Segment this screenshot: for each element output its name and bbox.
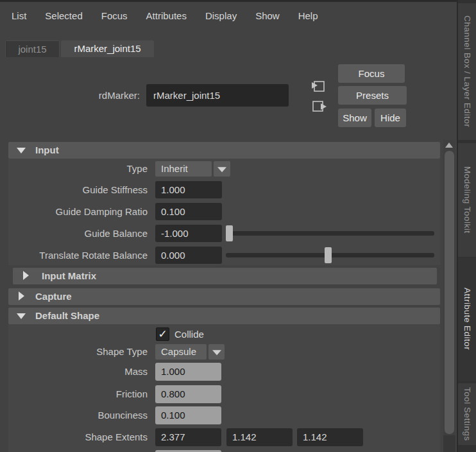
guide-balance-label: Guide Balance <box>0 225 148 242</box>
show-button[interactable]: Show <box>338 109 371 127</box>
expand-arrow-icon <box>19 291 24 300</box>
section-header-capture[interactable]: Capture <box>8 288 440 305</box>
right-dock-bar: Channel Box / Layer Editor Modeling Tool… <box>457 0 476 452</box>
section-header-input[interactable]: Input <box>8 142 440 159</box>
shape-extents-z-field[interactable]: 1.142 <box>297 428 363 446</box>
dock-tab-modeling-toolkit[interactable]: Modeling Toolkit <box>458 143 476 257</box>
dock-tab-attribute-editor[interactable]: Attribute Editor <box>458 257 476 381</box>
shape-extents-y-field[interactable]: 1.142 <box>226 428 293 446</box>
type-dropdown-arrow-icon[interactable] <box>214 161 230 177</box>
type-dropdown[interactable]: Inherit <box>155 161 212 177</box>
presets-button[interactable]: Presets <box>338 86 407 105</box>
section-title: Input Matrix <box>42 268 96 284</box>
scroll-up-arrow-icon[interactable] <box>443 140 455 150</box>
shape-type-label: Shape Type <box>0 344 148 360</box>
guide-stiffness-label: Guide Stiffness <box>0 181 148 198</box>
friction-field[interactable]: 0.800 <box>155 385 221 403</box>
mass-field[interactable]: 1.000 <box>155 363 221 381</box>
guide-stiffness-field[interactable]: 1.000 <box>155 181 222 198</box>
collapse-arrow-icon <box>17 313 26 319</box>
expand-arrow-icon <box>23 271 29 280</box>
bounciness-field[interactable]: 0.100 <box>155 406 221 424</box>
node-name-field[interactable]: rMarker_joint15 <box>146 84 289 107</box>
dock-tab-tool-settings[interactable]: Tool Settings <box>458 383 476 445</box>
type-label: Type <box>0 161 148 177</box>
guide-balance-slider-track[interactable] <box>226 231 434 236</box>
rdmarker-label: rdMarker: <box>38 84 140 107</box>
menu-help[interactable]: Help <box>298 10 318 21</box>
menu-attributes[interactable]: Attributes <box>146 10 187 21</box>
attribute-editor-window: List Selected Focus Attributes Display S… <box>0 0 476 452</box>
collide-checkbox[interactable]: ✓ <box>156 327 169 341</box>
guide-damping-ratio-field[interactable]: 0.100 <box>155 203 222 220</box>
translate-rotate-balance-field[interactable]: 0.000 <box>155 247 222 264</box>
guide-balance-slider-handle[interactable] <box>226 225 233 241</box>
guide-damping-ratio-label: Guide Damping Ratio <box>0 203 148 220</box>
window-top-divider <box>0 0 476 2</box>
focus-button[interactable]: Focus <box>338 64 405 83</box>
collapse-arrow-icon <box>17 148 26 153</box>
menubar: List Selected Focus Attributes Display S… <box>12 10 318 21</box>
section-title: Default Shape <box>35 308 99 324</box>
menu-list[interactable]: List <box>12 10 26 21</box>
translate-rotate-balance-label: Translate Rotate Balance <box>0 247 148 264</box>
mass-label: Mass <box>0 363 148 381</box>
collide-label: Collide <box>174 327 204 341</box>
section-title: Capture <box>35 288 72 305</box>
bounciness-label: Bounciness <box>0 406 148 424</box>
scrollbar-track-lower[interactable] <box>443 435 455 452</box>
scrollbar-thumb[interactable] <box>445 151 454 434</box>
copy-tab-icon[interactable] <box>310 98 327 115</box>
menu-display[interactable]: Display <box>205 10 237 21</box>
section-header-input-matrix[interactable]: Input Matrix <box>13 268 437 284</box>
shape-type-dropdown[interactable]: Capsule <box>155 344 207 360</box>
shape-extents-x-field[interactable]: 2.377 <box>155 428 221 446</box>
guide-balance-field[interactable]: -1.000 <box>155 225 222 242</box>
menu-show[interactable]: Show <box>255 10 280 21</box>
vertical-scrollbar[interactable] <box>443 140 455 452</box>
shape-extents-label: Shape Extents <box>0 428 148 446</box>
shape-type-dropdown-arrow-icon[interactable] <box>208 344 225 360</box>
tab-rmarker-joint15[interactable]: rMarker_joint15 <box>61 40 154 57</box>
hide-button[interactable]: Hide <box>375 109 406 127</box>
check-icon: ✓ <box>158 328 167 340</box>
friction-label: Friction <box>0 385 148 403</box>
translate-rotate-balance-slider-handle[interactable] <box>325 247 332 263</box>
load-attributes-icon[interactable] <box>310 78 327 94</box>
tab-joint15[interactable]: joint15 <box>5 40 60 57</box>
dock-tab-channel-box[interactable]: Channel Box / Layer Editor <box>458 3 476 140</box>
menu-selected[interactable]: Selected <box>45 10 82 21</box>
section-header-default-shape[interactable]: Default Shape <box>8 308 440 324</box>
menu-focus[interactable]: Focus <box>101 10 128 21</box>
section-title: Input <box>35 142 59 159</box>
